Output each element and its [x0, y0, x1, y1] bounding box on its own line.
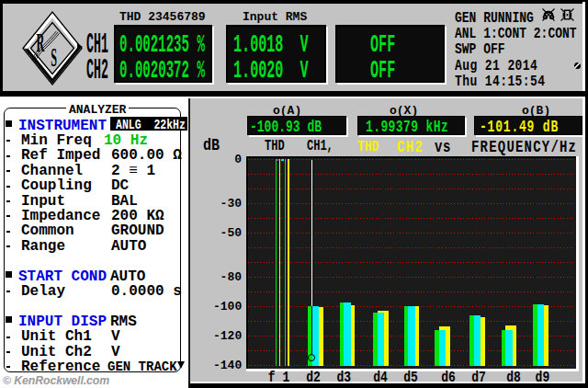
svg-text:S: S [51, 41, 57, 72]
